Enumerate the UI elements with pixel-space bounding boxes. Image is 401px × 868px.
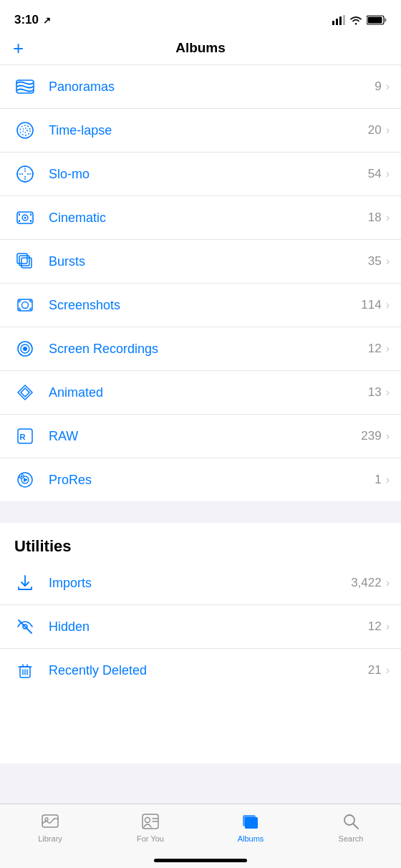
- screenrecordings-icon: [11, 335, 39, 362]
- list-item-slomo[interactable]: Slo-mo 54 ›: [0, 153, 401, 196]
- list-item-animated[interactable]: Animated 13 ›: [0, 371, 401, 415]
- imports-chevron: ›: [386, 577, 390, 589]
- prores-chevron: ›: [386, 473, 390, 486]
- imports-icon: [11, 569, 39, 597]
- recentlydeleted-label: Recently Deleted: [49, 663, 368, 678]
- recentlydeleted-chevron: ›: [386, 664, 390, 677]
- svg-point-17: [29, 173, 31, 175]
- svg-text:R: R: [20, 433, 26, 441]
- tab-albums[interactable]: Albums: [200, 811, 301, 843]
- svg-point-12: [24, 166, 26, 168]
- screenshots-icon: [11, 291, 39, 319]
- screenshots-count: 114: [361, 298, 381, 312]
- home-indicator: [154, 859, 247, 862]
- search-tab-icon: [341, 811, 361, 831]
- list-item-cinematic[interactable]: Cinematic 18 ›: [0, 196, 401, 240]
- svg-point-15: [17, 173, 19, 175]
- bursts-label: Bursts: [49, 254, 368, 269]
- status-icons: [332, 15, 387, 25]
- panoramas-chevron: ›: [386, 80, 390, 93]
- recentlydeleted-count: 21: [368, 663, 382, 677]
- cinematic-count: 18: [368, 211, 382, 225]
- svg-point-18: [24, 178, 26, 180]
- svg-point-26: [24, 217, 26, 219]
- page-title: Albums: [175, 40, 226, 56]
- signal-icon: [332, 15, 345, 25]
- list-item-recentlydeleted[interactable]: Recently Deleted 21 ›: [0, 649, 401, 692]
- tab-foryou[interactable]: For You: [100, 811, 200, 843]
- timelapse-label: Time-lapse: [49, 123, 368, 138]
- svg-rect-29: [30, 213, 32, 216]
- panorama-icon: [11, 73, 39, 100]
- recentlydeleted-icon: [11, 657, 39, 684]
- tab-search[interactable]: Search: [301, 811, 401, 843]
- imports-label: Imports: [49, 576, 351, 591]
- svg-rect-2: [339, 16, 342, 25]
- albums-tab-icon: [241, 811, 261, 831]
- list-item-screenshots[interactable]: Screenshots 114 ›: [0, 284, 401, 327]
- list-item-bursts[interactable]: Bursts 35 ›: [0, 240, 401, 284]
- hidden-icon: [11, 613, 39, 640]
- prores-count: 1: [375, 473, 381, 487]
- foryou-tab-icon: [140, 811, 160, 831]
- nav-header: + Albums: [0, 36, 401, 65]
- raw-label: RAW: [49, 429, 361, 444]
- slomo-count: 54: [368, 167, 382, 181]
- slomo-icon: [11, 160, 39, 188]
- svg-rect-28: [19, 220, 20, 222]
- svg-point-53: [45, 818, 48, 821]
- utilities-section: Utilities Imports 3,422 ›: [0, 523, 401, 692]
- screenrecordings-label: Screen Recordings: [49, 342, 368, 357]
- list-item-hidden[interactable]: Hidden 12 ›: [0, 605, 401, 649]
- svg-point-22: [24, 176, 26, 178]
- svg-rect-30: [30, 220, 32, 222]
- list-item-imports[interactable]: Imports 3,422 ›: [0, 561, 401, 605]
- list-item-raw[interactable]: R RAW 239 ›: [0, 415, 401, 458]
- battery-icon: [367, 15, 387, 25]
- svg-rect-1: [336, 19, 338, 25]
- section-divider: [0, 501, 401, 523]
- animated-count: 13: [368, 385, 382, 400]
- cinematic-icon: [11, 204, 39, 231]
- list-item-screenrecordings[interactable]: Screen Recordings 12 ›: [0, 327, 401, 371]
- svg-rect-5: [385, 19, 387, 22]
- svg-point-23: [21, 173, 23, 175]
- prores-label: ProRes: [49, 473, 375, 488]
- prores-icon: [11, 466, 39, 493]
- timelapse-count: 20: [368, 123, 382, 138]
- svg-rect-52: [42, 815, 58, 827]
- bursts-chevron: ›: [386, 255, 390, 268]
- animated-chevron: ›: [386, 386, 390, 399]
- list-item-panoramas[interactable]: Panoramas 9 ›: [0, 65, 401, 109]
- albums-tab-label: Albums: [238, 834, 264, 843]
- bursts-icon: [11, 248, 39, 275]
- list-item-timelapse[interactable]: Time-lapse 20 ›: [0, 109, 401, 153]
- location-icon: ↗: [43, 15, 51, 26]
- svg-rect-27: [19, 213, 20, 216]
- svg-rect-3: [343, 15, 345, 25]
- svg-point-13: [32, 173, 34, 175]
- search-tab-label: Search: [339, 834, 364, 843]
- screenshots-chevron: ›: [386, 299, 390, 312]
- wifi-icon: [349, 15, 362, 25]
- add-album-button[interactable]: +: [13, 39, 24, 57]
- main-content: Panoramas 9 › Time-lapse 20 ›: [0, 65, 401, 763]
- status-bar: 3:10 ↗: [0, 0, 401, 36]
- tab-library[interactable]: Library: [0, 811, 100, 843]
- svg-point-44: [21, 476, 23, 478]
- imports-count: 3,422: [351, 576, 382, 590]
- panoramas-count: 9: [375, 79, 381, 94]
- timelapse-icon: [11, 117, 39, 144]
- animated-icon: [11, 379, 39, 406]
- cinematic-chevron: ›: [386, 211, 390, 224]
- svg-point-14: [24, 181, 26, 183]
- svg-point-38: [23, 347, 27, 351]
- bursts-count: 35: [368, 254, 382, 269]
- list-item-prores[interactable]: ProRes 1 ›: [0, 458, 401, 501]
- foryou-tab-label: For You: [137, 834, 164, 843]
- svg-point-55: [145, 818, 150, 823]
- hidden-count: 12: [368, 619, 382, 634]
- svg-point-10: [23, 128, 27, 132]
- raw-count: 239: [361, 429, 381, 443]
- slomo-chevron: ›: [386, 168, 390, 180]
